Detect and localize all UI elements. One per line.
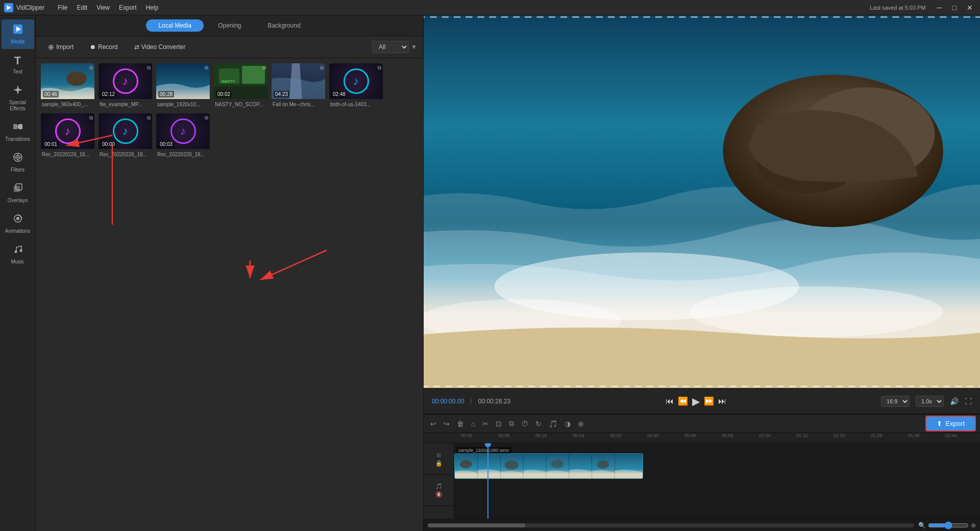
media-item[interactable]: ⧉ 04:23 Fall on Me--chris...: [272, 63, 325, 109]
sidebar-item-text[interactable]: T Text: [2, 50, 34, 79]
media-corner-icon: ⧉: [89, 65, 93, 71]
play-button[interactable]: ▶: [692, 395, 700, 407]
media-filter-area: All Video Audio Image ▼: [372, 41, 417, 53]
menu-view[interactable]: View: [96, 4, 110, 11]
stabilize-button[interactable]: ⊕: [575, 418, 586, 429]
zoom-in-icon[interactable]: ⊕: [971, 522, 976, 529]
step-back-button[interactable]: ⏪: [678, 396, 688, 406]
crop-button[interactable]: ✂: [480, 418, 491, 429]
media-item[interactable]: ⧉ 00:46 sample_960x400_...: [41, 63, 94, 109]
tab-opening[interactable]: Opening: [206, 19, 253, 32]
delete-button[interactable]: 🗑: [454, 418, 467, 429]
svg-point-14: [19, 250, 22, 252]
step-forward-button[interactable]: ⏩: [704, 396, 714, 406]
media-item[interactable]: ♪ ⧉ 00:03 Rec_20220226_18...: [156, 113, 210, 159]
copy-button[interactable]: ⧉: [506, 418, 517, 429]
fullscreen-icon[interactable]: ⛶: [965, 397, 972, 405]
sidebar-overlays-label: Overlays: [8, 198, 28, 204]
sidebar: Media T Text Special Effects Transitions…: [0, 15, 36, 531]
redo-button[interactable]: ↪: [441, 418, 452, 429]
media-item[interactable]: ⧉ 00:28 sample_1920x10...: [156, 63, 210, 109]
media-thumb: ♪ ⧉ 02:48: [329, 63, 383, 99]
skip-to-start-button[interactable]: ⏮: [666, 397, 674, 406]
menu-export[interactable]: Export: [119, 4, 137, 11]
track-settings-icon[interactable]: ⊞: [436, 452, 441, 458]
media-item[interactable]: ♪ ⧉ 02:12 file_example_MP...: [99, 63, 152, 109]
animations-icon: [12, 213, 23, 227]
split-button[interactable]: ⌂: [469, 418, 478, 429]
tab-local-media[interactable]: Local Media: [146, 19, 204, 32]
window-controls: ─ □ ✕: [934, 3, 976, 13]
media-info: Rec_20220226_18...: [156, 149, 210, 159]
media-corner-icon: ⧉: [378, 65, 381, 71]
menu-edit[interactable]: Edit: [77, 4, 88, 11]
timeline-ruler: 00:00 00:08 00:16 00:24 00:32 00:40 00:4…: [424, 433, 980, 443]
sidebar-item-animations[interactable]: Animations: [2, 209, 34, 238]
color-button[interactable]: ◑: [562, 418, 573, 429]
media-corner-icon: ⧉: [205, 115, 208, 121]
audio-button[interactable]: 🎵: [546, 418, 560, 429]
zoom-control: 🔍 ⊕: [918, 521, 976, 529]
media-item[interactable]: ♪ ⧉ 02:48 both-of-us-1403...: [329, 63, 383, 109]
svg-point-26: [689, 286, 943, 337]
media-item[interactable]: ♪ ⧉ 00:01 Rec_20220226_18...: [41, 113, 94, 159]
video-converter-button[interactable]: ⇄ Video Converter: [128, 41, 192, 53]
skip-to-end-button[interactable]: ⏭: [718, 397, 726, 406]
sidebar-item-filters[interactable]: Filters: [2, 148, 34, 177]
sidebar-item-overlays[interactable]: Overlays: [2, 178, 34, 208]
undo-button[interactable]: ↩: [428, 418, 439, 429]
minimize-button[interactable]: ─: [934, 3, 945, 13]
media-info: Fall on Me--chris...: [272, 99, 325, 109]
track-audio-icon[interactable]: 🎵: [435, 483, 443, 490]
media-name: both-of-us-1403...: [330, 102, 371, 107]
media-info: sample_1920x10...: [156, 99, 210, 109]
media-tabs: Local Media Opening Background: [36, 15, 423, 36]
media-info: Rec_20220226_18...: [41, 149, 94, 159]
playback-speed-select[interactable]: 1.0x0.5x2.0x: [916, 396, 944, 407]
music-icon-circle: ♪: [170, 118, 196, 144]
sidebar-item-special-effects[interactable]: Special Effects: [2, 80, 34, 116]
menu-file[interactable]: File: [58, 4, 67, 11]
menu-help[interactable]: Help: [146, 4, 159, 11]
media-name: NASTY_NO_SCOP...: [215, 102, 263, 107]
aspect-ratio-select[interactable]: 16:99:161:14:3: [881, 396, 910, 407]
media-name: Fall on Me--chris...: [273, 102, 315, 107]
scrollbar-thumb: [428, 523, 525, 527]
import-button[interactable]: ⊕ Import: [42, 40, 80, 54]
sidebar-text-label: Text: [13, 69, 22, 75]
sidebar-item-media[interactable]: Media: [2, 19, 34, 49]
record-button[interactable]: ⏺ Record: [84, 41, 124, 53]
time-separator: /: [470, 398, 472, 405]
speed-button[interactable]: ⏱: [519, 418, 531, 429]
zoom-slider[interactable]: [928, 521, 969, 529]
video-clip[interactable]: [454, 453, 643, 479]
converter-icon: ⇄: [134, 43, 139, 51]
timeline-scrollbar[interactable]: [428, 523, 914, 527]
track-lock-icon[interactable]: 🔒: [435, 460, 443, 467]
export-button[interactable]: ⬆ Export: [925, 416, 976, 431]
playhead[interactable]: [487, 443, 488, 519]
ruler-mark: 00:16: [535, 433, 547, 438]
maximize-button[interactable]: □: [949, 3, 960, 13]
svg-marker-0: [7, 5, 11, 10]
close-button[interactable]: ✕: [964, 3, 976, 13]
ruler-mark: 01:04: [759, 433, 771, 438]
volume-icon[interactable]: 🔊: [950, 397, 959, 405]
svg-text:NASTY: NASTY: [222, 79, 235, 84]
sidebar-item-transitions[interactable]: Transitions: [2, 117, 34, 147]
ruler-mark: 01:36: [908, 433, 920, 438]
ruler-mark: 00:32: [610, 433, 622, 438]
rotate-button[interactable]: ↻: [533, 418, 544, 429]
transitions-icon: [12, 121, 23, 135]
zoom-out-icon[interactable]: 🔍: [918, 522, 926, 529]
trim-button[interactable]: ⊡: [493, 418, 504, 429]
media-item[interactable]: NASTY ⧉ 00:02 NASTY_NO_SCOP...: [214, 63, 267, 109]
track-controls: ⊞ 🔒 🎵 🔇: [424, 443, 454, 519]
tab-background[interactable]: Background: [256, 19, 313, 32]
media-item[interactable]: ♪ ⧉ 00:00 Rec_20220226_18...: [99, 113, 152, 159]
track-mute-icon[interactable]: 🔇: [435, 491, 443, 498]
media-thumb: ⧉ 00:28: [156, 63, 210, 99]
ruler-mark: 01:28: [871, 433, 883, 438]
sidebar-item-music[interactable]: Music: [2, 239, 34, 269]
filter-select[interactable]: All Video Audio Image: [372, 41, 409, 53]
